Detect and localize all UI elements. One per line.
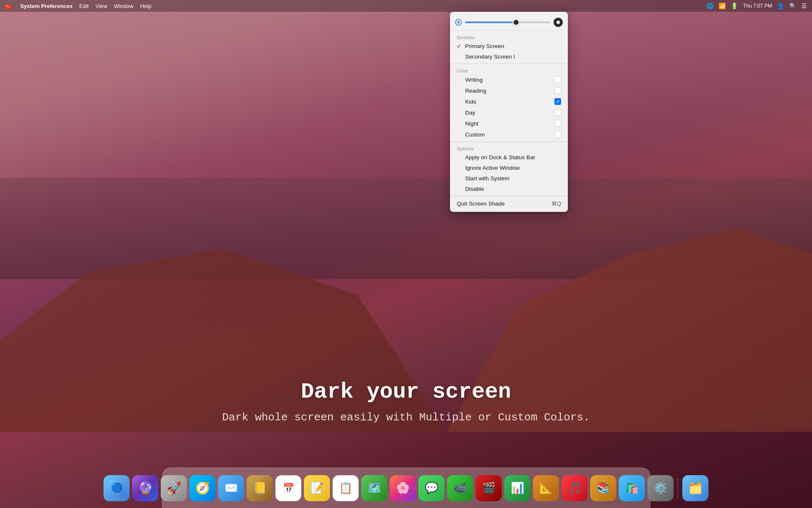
user-icon: 👤 <box>777 3 784 9</box>
night-checkbox[interactable] <box>554 120 561 127</box>
dock-statusbar-label: Apply on Dock & Status Bar <box>465 154 561 160</box>
globe-icon: 🌐 <box>706 3 713 9</box>
landscape <box>0 0 812 508</box>
dock-icon-safari[interactable]: 🧭 <box>189 475 216 501</box>
brightness-slider[interactable] <box>465 21 550 23</box>
reading-row[interactable]: Reading <box>450 85 568 96</box>
separator-1 <box>450 64 568 64</box>
menubar-left: 🍎 System Preferences Edit View Window He… <box>5 3 152 9</box>
secondary-screen-row[interactable]: Secondary Screen I <box>450 51 568 62</box>
primary-screen-row[interactable]: ✓ Primary Screen <box>450 41 568 51</box>
dock-icon-notes[interactable]: 📝 <box>304 475 330 501</box>
apple-menu[interactable]: 🍎 <box>5 3 12 9</box>
dropdown-menu: Screens ✓ Primary Screen Secondary Scree… <box>450 12 568 212</box>
day-checkbox[interactable] <box>554 109 561 116</box>
writing-row[interactable]: Writing <box>450 74 568 85</box>
dock-icon-appstore[interactable]: 🛍️ <box>619 475 645 501</box>
dock-icon-mail[interactable]: ✉️ <box>218 475 244 501</box>
dock-icon-maps[interactable]: 🗺️ <box>361 475 387 501</box>
svg-point-1 <box>556 21 560 24</box>
quit-shortcut: ⌘Q <box>551 201 561 207</box>
separator-2 <box>450 142 568 142</box>
dock-icon-finder2[interactable]: 🗂️ <box>682 475 708 501</box>
menubar: 🍎 System Preferences Edit View Window He… <box>0 0 812 12</box>
disable-label: Disable <box>465 186 561 192</box>
quit-row[interactable]: Quit Screen Shade ⌘Q <box>450 198 568 209</box>
svg-point-0 <box>457 21 460 24</box>
custom-label: Custom <box>465 131 554 138</box>
help-menu[interactable]: Help <box>140 3 152 9</box>
wifi-icon: 📶 <box>719 3 726 9</box>
secondary-screen-label: Secondary Screen I <box>465 53 561 60</box>
dock: 🔵 🔮 🚀 🧭 ✉️ 📒 📅 📝 📋 🗺️ 🌸 💬 📹 🎬 📊 <box>162 468 650 508</box>
primary-screen-label: Primary Screen <box>465 43 561 49</box>
dock-icon-reminders[interactable]: 📋 <box>333 475 359 501</box>
day-label: Day <box>465 110 554 116</box>
clock: Thu 7:07 PM <box>743 3 772 9</box>
ignore-active-label: Ignore Active Window <box>465 165 561 171</box>
menubar-right: 🌐 📶 🔋 Thu 7:07 PM 👤 🔍 ☰ <box>706 3 807 9</box>
view-menu[interactable]: View <box>96 3 107 9</box>
dock-statusbar-row[interactable]: Apply on Dock & Status Bar <box>450 152 568 163</box>
reading-label: Reading <box>465 88 554 94</box>
custom-checkbox[interactable] <box>554 131 561 138</box>
reading-checkbox[interactable] <box>554 87 561 94</box>
dock-icon-notefile[interactable]: 📒 <box>247 475 273 501</box>
custom-row[interactable]: Custom <box>450 129 568 140</box>
svg-text:🔵: 🔵 <box>111 482 123 493</box>
dock-icon-messages[interactable]: 💬 <box>418 475 445 501</box>
primary-screen-check: ✓ <box>457 43 465 49</box>
dock-icon-keynote[interactable]: 📐 <box>533 475 559 501</box>
brightness-row <box>450 14 568 31</box>
color-label: Color <box>450 66 568 74</box>
dock-icon-sysprefs[interactable]: ⚙️ <box>647 475 674 501</box>
brightness-thumb[interactable] <box>513 19 519 26</box>
subtitle: Dark whole screen easily with Multiple o… <box>222 411 590 424</box>
start-system-label: Start with System <box>465 175 561 182</box>
dock-icon-finder[interactable]: 🔵 <box>104 475 130 501</box>
list-icon[interactable]: ☰ <box>801 3 807 9</box>
battery-icon: 🔋 <box>731 3 738 9</box>
window-menu[interactable]: Window <box>114 3 133 9</box>
center-text: Dark your screen Dark whole screen easil… <box>222 380 590 424</box>
day-row[interactable]: Day <box>450 107 568 118</box>
start-system-row[interactable]: Start with System <box>450 173 568 184</box>
dock-icon-books[interactable]: 📚 <box>590 475 616 501</box>
dock-icon-photos[interactable]: 🌸 <box>390 475 416 501</box>
main-title: Dark your screen <box>222 380 590 404</box>
brightness-high-icon <box>554 18 563 27</box>
kids-row[interactable]: Kids <box>450 96 568 107</box>
dock-icon-numbers[interactable]: 📊 <box>504 475 530 501</box>
screens-label: Screens <box>450 32 568 41</box>
search-icon[interactable]: 🔍 <box>789 3 796 9</box>
options-label: Options <box>450 144 568 152</box>
dock-icon-launchpad[interactable]: 🚀 <box>161 475 187 501</box>
writing-checkbox[interactable] <box>554 76 561 83</box>
kids-checkbox[interactable] <box>554 98 561 105</box>
dock-icon-imovie[interactable]: 🎬 <box>476 475 502 501</box>
writing-label: Writing <box>465 77 554 83</box>
edit-menu[interactable]: Edit <box>79 3 88 9</box>
app-name[interactable]: System Preferences <box>20 3 72 9</box>
quit-label: Quit Screen Shade <box>457 201 551 207</box>
dock-icon-siri[interactable]: 🔮 <box>132 475 158 501</box>
dock-icon-facetime[interactable]: 📹 <box>447 475 473 501</box>
dock-icon-music[interactable]: 🎵 <box>562 475 588 501</box>
separator-3 <box>450 196 568 196</box>
disable-row[interactable]: Disable <box>450 184 568 194</box>
brightness-low-icon <box>455 19 462 26</box>
night-label: Night <box>465 120 554 127</box>
kids-label: Kids <box>465 99 554 105</box>
dock-divider <box>678 478 678 498</box>
ignore-active-row[interactable]: Ignore Active Window <box>450 163 568 173</box>
night-row[interactable]: Night <box>450 118 568 129</box>
dock-icon-calendar[interactable]: 📅 <box>275 475 301 501</box>
